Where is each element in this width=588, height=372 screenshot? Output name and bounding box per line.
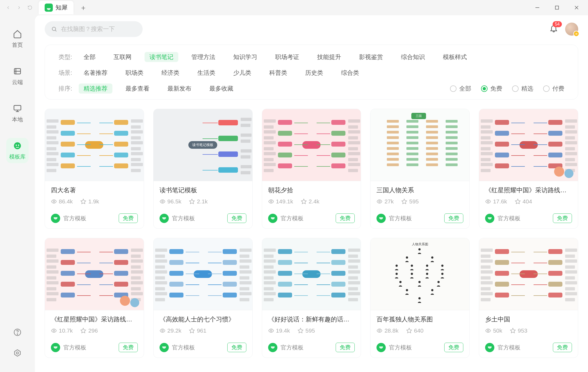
- svg-point-35: [431, 256, 433, 259]
- svg-line-16: [55, 30, 56, 31]
- filter-chip-type-0[interactable]: 全部: [79, 52, 100, 62]
- filter-chip-scene-7[interactable]: 综合类: [336, 68, 364, 78]
- sidebar-item-label: 云端: [12, 79, 23, 86]
- maximize-button[interactable]: [552, 3, 562, 13]
- filter-chip-type-2[interactable]: 读书笔记: [145, 52, 178, 62]
- sidebar-item-local[interactable]: 本地: [6, 101, 29, 126]
- price-radio-2[interactable]: 精选: [512, 85, 533, 93]
- filter-chip-scene-6[interactable]: 历史类: [300, 68, 328, 78]
- sidebar-item-templates[interactable]: 模板库: [6, 138, 29, 163]
- filter-chip-scene-5[interactable]: 科普类: [264, 68, 292, 78]
- radio-icon: [543, 85, 550, 92]
- help-button[interactable]: [12, 327, 23, 338]
- filter-chip-scene-3[interactable]: 生活类: [192, 68, 220, 78]
- filter-chip-scene-4[interactable]: 少儿类: [228, 68, 256, 78]
- new-tab-button[interactable]: ＋: [78, 2, 89, 13]
- svg-marker-53: [510, 328, 515, 333]
- sidebar-item-label: 模板库: [9, 153, 26, 160]
- card-thumbnail: 三国: [370, 109, 469, 181]
- card-title: 三国人物关系: [376, 186, 463, 194]
- svg-rect-1: [555, 6, 559, 9]
- reload-button[interactable]: [24, 2, 35, 13]
- settings-button[interactable]: [12, 348, 23, 358]
- filter-chip-scene-0[interactable]: 名著推荐: [79, 68, 112, 78]
- card-title: 百年孤独人物关系图: [376, 315, 463, 324]
- svg-point-42: [426, 273, 428, 275]
- filter-chip-scene-1[interactable]: 职场类: [121, 68, 148, 78]
- search-container[interactable]: [45, 21, 143, 37]
- price-radio-3[interactable]: 付费: [543, 85, 564, 93]
- template-card[interactable]: 《红星照耀中国》采访路线及内...17.6k404官方模板免费: [479, 109, 578, 229]
- sidebar-item-home[interactable]: 首页: [6, 26, 29, 51]
- back-button[interactable]: [3, 2, 14, 13]
- card-stars: 1.9k: [80, 198, 99, 205]
- search-input[interactable]: [61, 26, 136, 33]
- price-badge: 免费: [444, 343, 463, 352]
- template-card[interactable]: 四大名著86.4k1.9k官方模板免费: [45, 109, 144, 229]
- card-scroll-area[interactable]: 四大名著86.4k1.9k官方模板免费读书笔记模板读书笔记模板96.5k2.1k…: [35, 100, 588, 372]
- svg-point-46: [437, 281, 440, 283]
- tab-active[interactable]: 知犀: [39, 1, 74, 14]
- radio-label: 精选: [521, 85, 533, 93]
- card-views: 96.5k: [160, 198, 181, 205]
- filter-chip-type-4[interactable]: 知识学习: [228, 52, 262, 62]
- template-card[interactable]: 三国三国人物关系27k595官方模板免费: [370, 109, 470, 229]
- topbar: 54: [35, 15, 588, 37]
- template-card[interactable]: 读书笔记模板读书笔记模板96.5k2.1k官方模板免费: [153, 109, 253, 229]
- close-button[interactable]: [572, 3, 581, 13]
- price-badge: 免费: [553, 213, 572, 223]
- minimize-button[interactable]: [532, 3, 542, 13]
- source-logo-icon: [376, 214, 386, 223]
- template-card[interactable]: 《高效能人士的七个习惯》29.2k961官方模板免费: [153, 238, 253, 358]
- filter-chip-type-3[interactable]: 管理方法: [186, 52, 220, 62]
- card-source: 官方模板: [172, 215, 195, 222]
- svg-point-45: [418, 281, 421, 283]
- eye-icon: [485, 199, 491, 204]
- filter-chip-sort-3[interactable]: 最多收藏: [204, 83, 238, 94]
- card-title: 读书笔记模板: [160, 186, 246, 194]
- template-card[interactable]: 《好好说话：新鲜有趣的话术精...19.4k595官方模板免费: [262, 238, 361, 358]
- eye-icon: [160, 328, 166, 334]
- price-badge: 免费: [227, 343, 246, 352]
- template-card[interactable]: 《红星照耀中国》采访路线及内...10.7k296官方模板免费: [45, 238, 144, 358]
- svg-point-17: [53, 201, 55, 202]
- filter-chip-type-1[interactable]: 互联网: [109, 52, 136, 62]
- template-card[interactable]: 乡土中国50k953官方模板免费: [479, 238, 578, 358]
- svg-point-19: [162, 201, 163, 202]
- template-card[interactable]: 人物关系图百年孤独人物关系图28.8k640官方模板免费: [370, 238, 470, 358]
- svg-point-52: [487, 330, 489, 331]
- svg-point-49: [418, 297, 421, 299]
- search-icon: [51, 26, 57, 32]
- sidebar-item-cloud[interactable]: 云端: [6, 63, 29, 89]
- card-views: 50k: [485, 327, 502, 334]
- source-logo-icon: [51, 343, 60, 352]
- svg-marker-18: [81, 199, 86, 204]
- card-thumbnail: [154, 238, 252, 310]
- filter-chip-scene-2[interactable]: 经济类: [157, 68, 184, 78]
- price-radio-1[interactable]: 免费: [481, 85, 502, 93]
- app-logo-icon: [45, 4, 53, 12]
- notifications-button[interactable]: 54: [549, 24, 558, 34]
- filter-chip-type-8[interactable]: 综合知识: [396, 52, 430, 62]
- filter-chip-type-6[interactable]: 技能提升: [312, 52, 346, 62]
- price-radio-0[interactable]: 全部: [450, 85, 471, 93]
- filter-chip-sort-0[interactable]: 精选推荐: [79, 83, 112, 94]
- card-source: 官方模板: [281, 215, 304, 222]
- template-card[interactable]: 朝花夕拾149.1k2.4k官方模板免费: [262, 109, 361, 229]
- eye-icon: [51, 328, 57, 334]
- eye-icon: [268, 199, 274, 204]
- svg-marker-13: [14, 350, 20, 356]
- forward-button[interactable]: [14, 2, 24, 13]
- card-source: 官方模板: [498, 215, 520, 222]
- svg-marker-20: [189, 199, 194, 204]
- filter-chip-sort-1[interactable]: 最多查看: [121, 83, 154, 94]
- card-stars: 961: [189, 327, 206, 334]
- svg-point-12: [17, 334, 18, 334]
- price-badge: 免费: [444, 213, 463, 223]
- filter-chip-type-7[interactable]: 影视鉴赏: [354, 52, 388, 62]
- avatar[interactable]: [565, 23, 578, 36]
- filter-chip-sort-2[interactable]: 最新发布: [163, 83, 196, 94]
- filter-chip-type-9[interactable]: 模板样式: [438, 52, 472, 62]
- filter-chip-type-5[interactable]: 职场考证: [270, 52, 304, 62]
- card-views: 27k: [376, 198, 394, 205]
